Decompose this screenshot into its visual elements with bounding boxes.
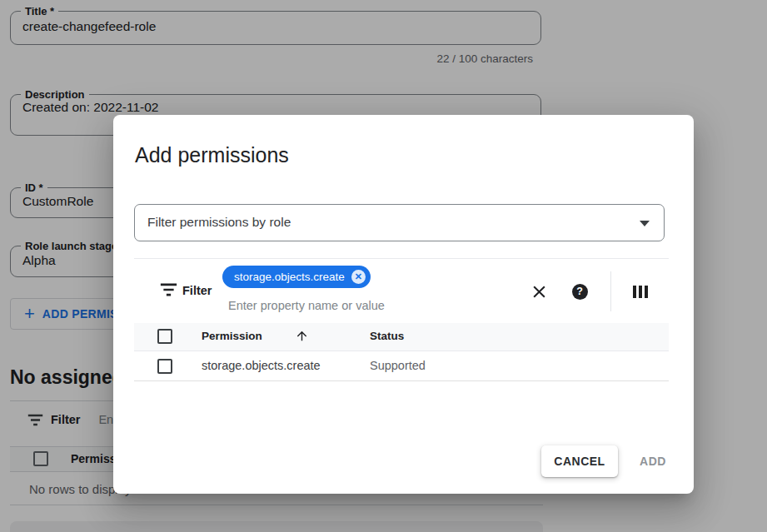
filter-by-role-dropdown[interactable]: Filter permissions by role — [134, 204, 665, 241]
filter-label: Filter — [182, 284, 212, 297]
filter-chip-label: storage.objects.create — [234, 271, 345, 283]
screen: Title * create-changefeed-role 22 / 100 … — [0, 0, 767, 532]
sort-ascending-icon[interactable] — [295, 329, 309, 343]
row-checkbox[interactable] — [157, 359, 172, 374]
column-display-options-button[interactable] — [630, 281, 651, 302]
clear-filters-button[interactable] — [528, 281, 550, 302]
select-all-checkbox[interactable] — [157, 329, 172, 344]
add-button[interactable]: ADD — [624, 445, 682, 477]
dialog-title: Add permissions — [135, 143, 289, 167]
dialog-table-header: Permission Status — [134, 323, 669, 351]
add-permissions-dialog: Add permissions Filter permissions by ro… — [113, 115, 694, 494]
toolbar-divider — [610, 271, 611, 311]
columns-icon — [633, 286, 649, 298]
filter-by-role-placeholder: Filter permissions by role — [147, 215, 291, 230]
filter-input[interactable]: Enter property name or value — [228, 299, 385, 312]
row-permission-cell: storage.objects.create — [202, 359, 321, 372]
help-button[interactable]: ? — [569, 281, 590, 302]
close-icon — [531, 284, 547, 300]
filter-chip[interactable]: storage.objects.create ✕ — [222, 266, 371, 288]
filter-icon — [160, 283, 177, 296]
dropdown-arrow-icon — [640, 221, 650, 226]
cancel-button[interactable]: CANCEL — [541, 445, 618, 477]
column-permission: Permission — [202, 330, 262, 342]
row-status-cell: Supported — [370, 359, 426, 372]
table-row[interactable]: storage.objects.create Supported — [134, 351, 669, 381]
column-status: Status — [370, 330, 404, 342]
chip-remove-icon[interactable]: ✕ — [351, 270, 366, 284]
help-icon: ? — [572, 284, 588, 300]
permissions-filter-toolbar: Filter storage.objects.create ✕ Enter pr… — [134, 258, 669, 323]
